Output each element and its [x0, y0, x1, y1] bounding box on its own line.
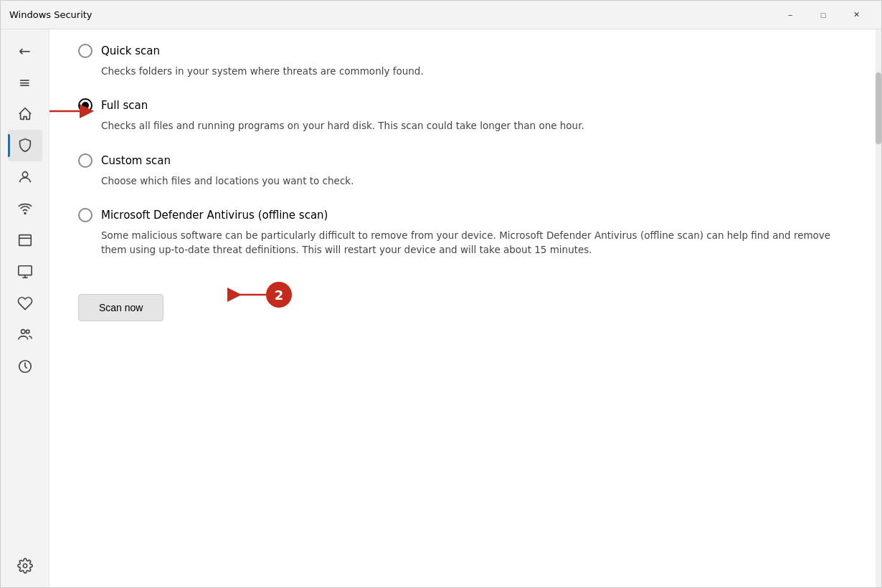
custom-scan-radio[interactable]: [78, 153, 93, 168]
svg-point-8: [26, 330, 29, 333]
arrow-2: [222, 277, 293, 313]
sidebar-item-home[interactable]: [8, 98, 42, 130]
quick-scan-label: Quick scan: [101, 44, 160, 57]
full-scan-label: Full scan: [101, 99, 148, 112]
sidebar-item-family[interactable]: [8, 319, 42, 351]
scrollbar-track[interactable]: [876, 29, 881, 587]
history-icon: [17, 359, 33, 374]
arrow-1: [49, 97, 95, 125]
sidebar-item-health[interactable]: [8, 288, 42, 319]
menu-icon: ≡: [19, 74, 31, 91]
sidebar-item-network[interactable]: [8, 193, 42, 224]
sidebar-item-history[interactable]: [8, 351, 42, 382]
maximize-button[interactable]: □: [807, 4, 840, 27]
custom-scan-option: Custom scan Choose which files and locat…: [78, 153, 847, 188]
scan-now-button[interactable]: Scan now: [78, 294, 163, 321]
svg-point-1: [24, 213, 26, 214]
offline-scan-option: Microsoft Defender Antivirus (offline sc…: [78, 208, 847, 257]
svg-point-7: [21, 330, 25, 334]
browser-icon: [17, 232, 33, 248]
custom-scan-desc: Choose which files and locations you wan…: [101, 174, 847, 188]
full-scan-desc: Checks all files and running programs on…: [101, 118, 847, 133]
wifi-icon: [17, 201, 33, 217]
quick-scan-desc: Checks folders in your system where thre…: [101, 64, 847, 78]
offline-scan-desc: Some malicious software can be particula…: [101, 228, 847, 257]
family-icon: [17, 327, 33, 343]
offline-scan-header: Microsoft Defender Antivirus (offline sc…: [78, 208, 847, 222]
svg-point-0: [22, 172, 27, 177]
full-scan-header: Full scan: [78, 98, 847, 113]
content-inner: Quick scan Checks folders in your system…: [78, 44, 847, 321]
svg-rect-2: [19, 235, 31, 246]
back-button[interactable]: ←: [8, 35, 42, 67]
main-layout: ← ≡: [1, 29, 881, 587]
back-icon: ←: [19, 42, 31, 60]
window: Windows Security − □ ✕ ← ≡: [0, 0, 882, 588]
quick-scan-option: Quick scan Checks folders in your system…: [78, 44, 847, 78]
minimize-button[interactable]: −: [774, 4, 807, 27]
person-icon: [17, 169, 33, 185]
sidebar-item-app[interactable]: [8, 224, 42, 256]
monitor-icon: [17, 264, 33, 280]
annotation-2-group: 2: [222, 277, 293, 316]
heart-icon: [17, 295, 33, 311]
sidebar-item-shield[interactable]: [8, 130, 42, 161]
scan-now-wrapper: Scan now 2: [78, 277, 163, 321]
titlebar: Windows Security − □ ✕: [1, 1, 881, 29]
shield-icon: [17, 138, 33, 153]
quick-scan-radio[interactable]: [78, 44, 93, 58]
quick-scan-header: Quick scan: [78, 44, 847, 58]
sidebar: ← ≡: [1, 29, 49, 587]
custom-scan-header: Custom scan: [78, 153, 847, 168]
svg-rect-4: [18, 266, 31, 275]
window-title: Windows Security: [9, 9, 774, 20]
close-button[interactable]: ✕: [840, 4, 873, 27]
menu-button[interactable]: ≡: [8, 67, 42, 98]
settings-icon: [17, 558, 33, 574]
sidebar-item-settings[interactable]: [8, 550, 42, 582]
offline-scan-radio[interactable]: [78, 208, 93, 222]
custom-scan-label: Custom scan: [101, 154, 171, 167]
content-area: Quick scan Checks folders in your system…: [49, 29, 876, 587]
sidebar-item-device[interactable]: [8, 256, 42, 288]
titlebar-controls: − □ ✕: [774, 4, 873, 27]
svg-point-10: [23, 564, 27, 568]
full-scan-option: 1: [78, 98, 847, 133]
home-icon: [17, 106, 33, 122]
offline-scan-label: Microsoft Defender Antivirus (offline sc…: [101, 209, 328, 222]
scrollbar-thumb[interactable]: [876, 72, 881, 144]
sidebar-item-person[interactable]: [8, 161, 42, 193]
